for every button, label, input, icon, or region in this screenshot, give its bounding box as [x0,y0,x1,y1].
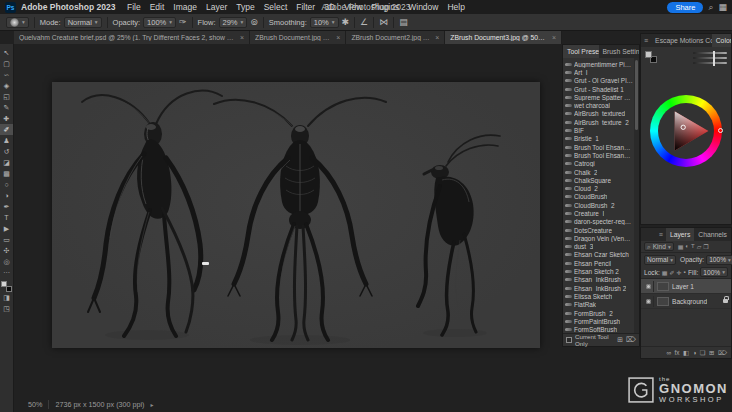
panel-menu-icon[interactable]: ≡ [641,34,651,47]
tool-preset-item[interactable]: Creature_I [565,209,633,217]
smoothing-dropdown[interactable]: 10% ▾ [310,17,339,28]
tool-preset-item[interactable]: DotsCreature [565,226,633,234]
marquee-tool-icon[interactable]: ▢ [0,58,13,69]
foreground-color-swatch[interactable] [645,51,652,58]
color-slider[interactable] [693,62,727,64]
menu-item[interactable]: Type [232,2,259,12]
shape-tool-icon[interactable]: ▭ [0,234,13,245]
tool-preset-item[interactable]: FlatRak [565,301,633,309]
tool-preset-item[interactable]: CloudBrush_2 [565,201,633,209]
color-slider[interactable] [693,52,727,54]
layer-filter-kind-dropdown[interactable]: ⌕ Kind ▾ [644,242,674,251]
menu-item[interactable]: View [340,2,367,12]
search-icon[interactable]: ⌕ [708,3,713,12]
shape-layer-filter-icon[interactable]: ▱ [697,243,702,250]
panel-tab[interactable]: Tool Presets [563,45,599,58]
foreground-background-swatches[interactable] [1,281,12,292]
link-layers-icon[interactable]: ∞ [666,349,671,356]
healing-brush-tool-icon[interactable]: ✚ [0,113,13,124]
layer-row[interactable]: Layer 1 [641,279,731,294]
adjustment-layer-icon[interactable]: ◑ [692,349,696,356]
workspace-layout-icon[interactable]: ▦ [718,3,727,12]
tool-preset-item[interactable]: Elissa Sketch [565,292,633,300]
airbrush-icon[interactable]: ⊚ [250,18,258,27]
menu-item[interactable]: File [122,2,145,12]
tool-preset-item[interactable]: Ehsan_InkBrush 2 [565,284,633,292]
brush-tool-icon[interactable]: ✐ [0,124,13,135]
panel-tab[interactable]: Escape Motions Connect [651,34,712,47]
saturation-brightness-triangle[interactable] [658,103,714,159]
lock-transparency-icon[interactable]: ▦ [662,269,668,276]
menu-item[interactable]: 3D [320,2,340,12]
tool-preset-item[interactable]: wet charcoal [565,101,633,109]
tool-preset-item[interactable]: Ehsan_InkBrush [565,276,633,284]
smart-object-filter-icon[interactable]: ❐ [703,243,708,250]
tool-preset-item[interactable]: Ehsan Czar Sketch [565,251,633,259]
panel-tab[interactable]: Channels [694,228,731,241]
eraser-tool-icon[interactable]: ◪ [0,157,13,168]
scrollbar-thumb[interactable] [635,60,638,130]
close-tab-icon[interactable]: × [435,34,439,41]
hue-marker[interactable] [718,128,723,133]
smoothing-gear-icon[interactable]: ✱ [342,18,350,27]
path-selection-tool-icon[interactable]: ▶ [0,223,13,234]
layer-fill-dropdown[interactable]: 100% ▾ [700,267,728,277]
delete-preset-icon[interactable]: ⌦ [626,336,636,344]
lasso-tool-icon[interactable]: ∽ [0,69,13,80]
tool-preset-item[interactable]: daron-specter-regular [565,218,633,226]
layer-thumbnail[interactable] [657,282,669,291]
menu-item[interactable]: Help [443,2,469,12]
pressure-opacity-icon[interactable]: ✑ [179,18,187,27]
tool-preset-item[interactable]: Grut - Ol Gravel Plough 1 [565,77,633,85]
menu-item[interactable]: Select [259,2,292,12]
blend-mode-dropdown[interactable]: Normal ▾ [64,17,102,28]
tool-preset-item[interactable]: Dragon Vein (Venetin) [565,234,633,242]
lock-all-icon[interactable]: ▪ [684,269,686,276]
eyedropper-tool-icon[interactable]: ✎ [0,102,13,113]
status-options-arrow-icon[interactable]: ▸ [151,401,154,408]
document-canvas[interactable] [52,82,540,348]
tool-preset-item[interactable]: AirBrush_textured [565,110,633,118]
visibility-toggle[interactable] [644,281,654,292]
document-tab[interactable]: ZBrush Document.jpg @ 50% (RGB/8#) × [250,31,346,44]
opacity-dropdown[interactable]: 100% ▾ [143,17,176,28]
screen-mode-icon[interactable]: ◳ [0,303,13,314]
move-tool-icon[interactable]: ↖ [0,47,13,58]
document-tab[interactable]: Quelvahm Creature brief.psd @ 25% (1. Tr… [14,31,250,44]
tool-preset-item[interactable]: AirBrush_texture_2 [565,118,633,126]
layer-style-icon[interactable]: fx [674,349,679,356]
object-selection-tool-icon[interactable]: ◈ [0,80,13,91]
lock-position-icon[interactable]: ✛ [676,269,681,276]
menu-item[interactable]: Filter [292,2,320,12]
tool-preset-item[interactable]: Ehsan Pencil [565,259,633,267]
type-layer-filter-icon[interactable]: T [691,243,695,250]
layer-thumbnail[interactable] [657,297,669,306]
brush-panel-toggle-icon[interactable]: ▤ [399,18,408,27]
clone-stamp-tool-icon[interactable]: ♟ [0,135,13,146]
color-slider[interactable] [693,57,727,59]
menu-item[interactable]: Edit [145,2,169,12]
tool-preset-item[interactable]: Brush Tool Ehsan_mog bristle 1 [565,143,633,151]
scrollbar[interactable] [634,58,639,333]
pen-tool-icon[interactable]: ✒ [0,201,13,212]
tool-preset-item[interactable]: CloudBrush [565,193,633,201]
menu-item[interactable]: Window [404,2,443,12]
lock-pixels-icon[interactable]: ✐ [669,269,674,276]
tool-preset-item[interactable]: Grut - Shadelist 1 [565,85,633,93]
document-tab[interactable]: ZBrush Document3.jpg @ 50% (Layer 1, RGB… [445,31,562,44]
history-brush-tool-icon[interactable]: ↺ [0,146,13,157]
tool-preset-item[interactable]: Chalk_2 [565,168,633,176]
blur-tool-icon[interactable]: ○ [0,179,13,190]
layer-group-icon[interactable]: ❏ [700,349,706,357]
menu-item[interactable]: Image [169,2,202,12]
quick-mask-icon[interactable]: ◨ [0,292,13,303]
tool-preset-item[interactable]: FormBrush_2 [565,309,633,317]
panel-tab[interactable]: Brush Settings [599,45,640,58]
zoom-tool-icon[interactable]: ◎ [0,256,13,267]
current-tool-only-checkbox[interactable] [566,337,572,343]
tool-preset-item[interactable]: Brush Tool Ehsan_mog bristle 2 [565,151,633,159]
canvas-area[interactable] [14,44,562,397]
color-swatch-pair[interactable] [645,51,657,63]
panel-tab[interactable]: Layers [666,228,694,241]
layer-mask-icon[interactable]: ◧ [683,349,689,357]
